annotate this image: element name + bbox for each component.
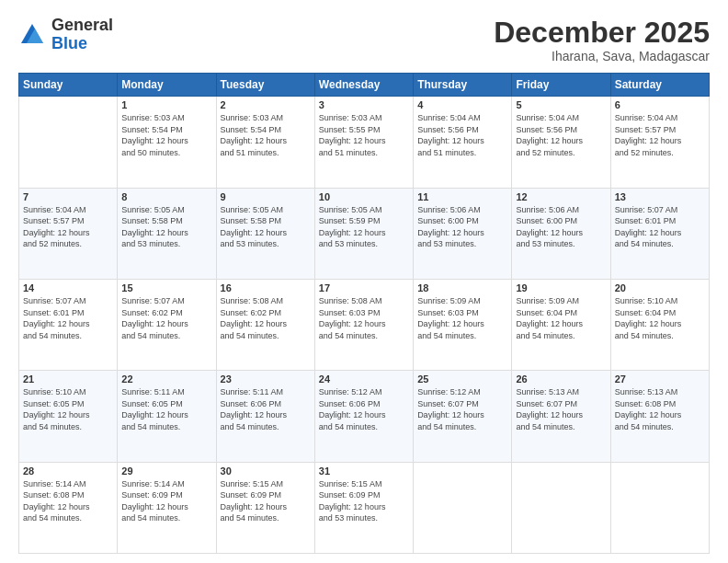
calendar-cell: 2Sunrise: 5:03 AM Sunset: 5:54 PM Daylig… — [216, 97, 314, 188]
day-number: 12 — [516, 191, 606, 202]
day-number: 26 — [516, 373, 606, 385]
day-number: 23 — [221, 373, 311, 385]
day-info: Sunrise: 5:14 AM Sunset: 6:08 PM Dayligh… — [23, 478, 113, 524]
month-title: December 2025 — [494, 17, 710, 49]
day-info: Sunrise: 5:12 AM Sunset: 6:06 PM Dayligh… — [319, 386, 409, 432]
day-info: Sunrise: 5:04 AM Sunset: 5:56 PM Dayligh… — [417, 112, 507, 158]
calendar-cell: 24Sunrise: 5:12 AM Sunset: 6:06 PM Dayli… — [314, 371, 413, 462]
calendar-cell: 3Sunrise: 5:03 AM Sunset: 5:55 PM Daylig… — [314, 97, 413, 188]
day-info: Sunrise: 5:06 AM Sunset: 6:00 PM Dayligh… — [516, 204, 606, 250]
day-info: Sunrise: 5:04 AM Sunset: 5:57 PM Dayligh… — [23, 204, 113, 250]
calendar-cell: 10Sunrise: 5:05 AM Sunset: 5:59 PM Dayli… — [314, 188, 413, 279]
calendar-cell: 14Sunrise: 5:07 AM Sunset: 6:01 PM Dayli… — [19, 279, 118, 370]
day-info: Sunrise: 5:08 AM Sunset: 6:03 PM Dayligh… — [319, 295, 409, 341]
calendar-cell: 23Sunrise: 5:11 AM Sunset: 6:06 PM Dayli… — [216, 371, 314, 462]
day-number: 24 — [319, 373, 409, 385]
day-info: Sunrise: 5:03 AM Sunset: 5:54 PM Dayligh… — [221, 112, 311, 158]
calendar-cell: 30Sunrise: 5:15 AM Sunset: 6:09 PM Dayli… — [216, 462, 314, 553]
title-block: December 2025 Iharana, Sava, Madagascar — [494, 17, 710, 63]
week-row-1: 1Sunrise: 5:03 AM Sunset: 5:54 PM Daylig… — [19, 97, 710, 188]
day-number: 2 — [221, 99, 311, 110]
day-info: Sunrise: 5:08 AM Sunset: 6:02 PM Dayligh… — [221, 295, 311, 341]
calendar-cell: 13Sunrise: 5:07 AM Sunset: 6:01 PM Dayli… — [610, 188, 709, 279]
day-number: 25 — [417, 373, 507, 385]
calendar-cell — [610, 462, 709, 553]
calendar-cell: 28Sunrise: 5:14 AM Sunset: 6:08 PM Dayli… — [19, 462, 118, 553]
calendar-cell: 17Sunrise: 5:08 AM Sunset: 6:03 PM Dayli… — [314, 279, 413, 370]
logo: General Blue — [18, 17, 113, 53]
logo-icon — [18, 21, 46, 49]
day-number: 10 — [319, 191, 409, 202]
day-info: Sunrise: 5:09 AM Sunset: 6:03 PM Dayligh… — [417, 295, 507, 341]
calendar-cell: 29Sunrise: 5:14 AM Sunset: 6:09 PM Dayli… — [118, 462, 216, 553]
day-number: 14 — [23, 282, 113, 293]
header: General Blue December 2025 Iharana, Sava… — [18, 17, 710, 63]
day-info: Sunrise: 5:05 AM Sunset: 5:58 PM Dayligh… — [121, 204, 211, 250]
calendar-cell — [19, 97, 118, 188]
day-info: Sunrise: 5:14 AM Sunset: 6:09 PM Dayligh… — [121, 478, 211, 524]
day-number: 28 — [23, 465, 113, 477]
day-info: Sunrise: 5:03 AM Sunset: 5:55 PM Dayligh… — [319, 112, 409, 158]
day-number: 21 — [23, 373, 113, 385]
day-number: 3 — [319, 99, 409, 110]
day-number: 7 — [23, 191, 113, 202]
logo-general-text: General — [51, 16, 113, 34]
day-number: 31 — [319, 465, 409, 477]
weekday-header-wednesday: Wednesday — [314, 74, 413, 97]
day-info: Sunrise: 5:10 AM Sunset: 6:04 PM Dayligh… — [615, 295, 705, 341]
day-number: 11 — [417, 191, 507, 202]
day-info: Sunrise: 5:15 AM Sunset: 6:09 PM Dayligh… — [319, 478, 409, 524]
day-number: 17 — [319, 282, 409, 293]
day-info: Sunrise: 5:05 AM Sunset: 5:59 PM Dayligh… — [319, 204, 409, 250]
day-info: Sunrise: 5:07 AM Sunset: 6:01 PM Dayligh… — [23, 295, 113, 341]
day-info: Sunrise: 5:12 AM Sunset: 6:07 PM Dayligh… — [417, 386, 507, 432]
calendar-cell: 12Sunrise: 5:06 AM Sunset: 6:00 PM Dayli… — [512, 188, 610, 279]
calendar-cell: 6Sunrise: 5:04 AM Sunset: 5:57 PM Daylig… — [610, 97, 709, 188]
day-number: 13 — [615, 191, 705, 202]
weekday-header-row: SundayMondayTuesdayWednesdayThursdayFrid… — [19, 74, 710, 97]
day-info: Sunrise: 5:13 AM Sunset: 6:08 PM Dayligh… — [615, 386, 705, 432]
calendar-cell — [414, 462, 512, 553]
day-number: 8 — [121, 191, 211, 202]
calendar-cell: 8Sunrise: 5:05 AM Sunset: 5:58 PM Daylig… — [118, 188, 216, 279]
calendar-cell: 26Sunrise: 5:13 AM Sunset: 6:07 PM Dayli… — [512, 371, 610, 462]
day-info: Sunrise: 5:05 AM Sunset: 5:58 PM Dayligh… — [221, 204, 311, 250]
weekday-header-sunday: Sunday — [19, 74, 118, 97]
page: General Blue December 2025 Iharana, Sava… — [0, 0, 728, 563]
day-number: 20 — [615, 282, 705, 293]
day-number: 6 — [615, 99, 705, 110]
weekday-header-saturday: Saturday — [610, 74, 709, 97]
day-number: 18 — [417, 282, 507, 293]
day-info: Sunrise: 5:15 AM Sunset: 6:09 PM Dayligh… — [221, 478, 311, 524]
day-info: Sunrise: 5:03 AM Sunset: 5:54 PM Dayligh… — [121, 112, 211, 158]
day-number: 22 — [121, 373, 211, 385]
day-number: 15 — [121, 282, 211, 293]
calendar-cell: 5Sunrise: 5:04 AM Sunset: 5:56 PM Daylig… — [512, 97, 610, 188]
day-number: 9 — [221, 191, 311, 202]
calendar-cell: 21Sunrise: 5:10 AM Sunset: 6:05 PM Dayli… — [19, 371, 118, 462]
weekday-header-tuesday: Tuesday — [216, 74, 314, 97]
calendar-cell — [512, 462, 610, 553]
day-info: Sunrise: 5:09 AM Sunset: 6:04 PM Dayligh… — [516, 295, 606, 341]
weekday-header-thursday: Thursday — [414, 74, 512, 97]
day-number: 16 — [221, 282, 311, 293]
calendar-cell: 9Sunrise: 5:05 AM Sunset: 5:58 PM Daylig… — [216, 188, 314, 279]
day-info: Sunrise: 5:11 AM Sunset: 6:06 PM Dayligh… — [221, 386, 311, 432]
week-row-4: 21Sunrise: 5:10 AM Sunset: 6:05 PM Dayli… — [19, 371, 710, 462]
calendar-cell: 20Sunrise: 5:10 AM Sunset: 6:04 PM Dayli… — [610, 279, 709, 370]
calendar-cell: 11Sunrise: 5:06 AM Sunset: 6:00 PM Dayli… — [414, 188, 512, 279]
calendar-cell: 19Sunrise: 5:09 AM Sunset: 6:04 PM Dayli… — [512, 279, 610, 370]
calendar-cell: 25Sunrise: 5:12 AM Sunset: 6:07 PM Dayli… — [414, 371, 512, 462]
day-number: 29 — [121, 465, 211, 477]
week-row-3: 14Sunrise: 5:07 AM Sunset: 6:01 PM Dayli… — [19, 279, 710, 370]
calendar-cell: 15Sunrise: 5:07 AM Sunset: 6:02 PM Dayli… — [118, 279, 216, 370]
day-info: Sunrise: 5:07 AM Sunset: 6:02 PM Dayligh… — [121, 295, 211, 341]
location-subtitle: Iharana, Sava, Madagascar — [494, 49, 710, 63]
day-number: 19 — [516, 282, 606, 293]
calendar-cell: 16Sunrise: 5:08 AM Sunset: 6:02 PM Dayli… — [216, 279, 314, 370]
week-row-2: 7Sunrise: 5:04 AM Sunset: 5:57 PM Daylig… — [19, 188, 710, 279]
day-info: Sunrise: 5:13 AM Sunset: 6:07 PM Dayligh… — [516, 386, 606, 432]
calendar-cell: 31Sunrise: 5:15 AM Sunset: 6:09 PM Dayli… — [314, 462, 413, 553]
calendar-cell: 4Sunrise: 5:04 AM Sunset: 5:56 PM Daylig… — [414, 97, 512, 188]
day-number: 27 — [615, 373, 705, 385]
